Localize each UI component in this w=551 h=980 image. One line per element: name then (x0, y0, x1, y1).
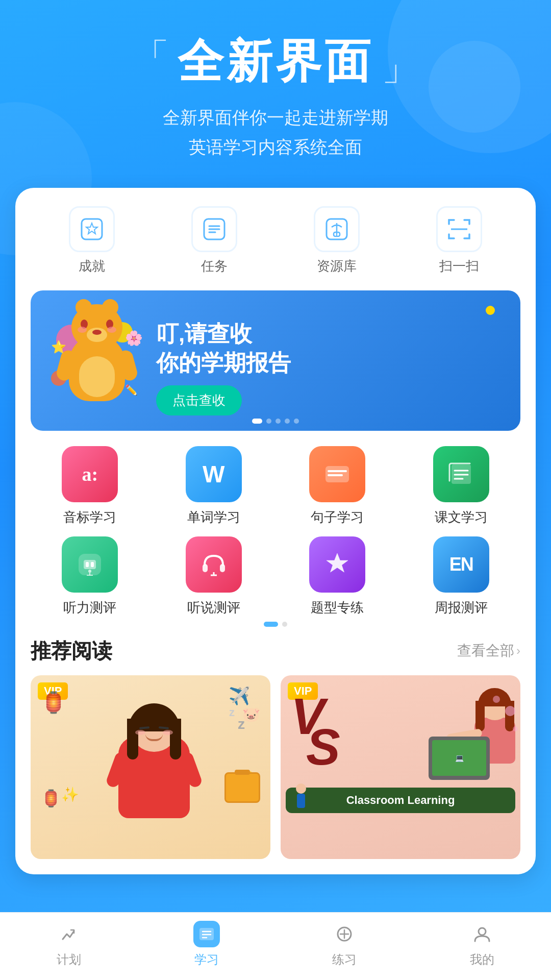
card2-illustration: V S (281, 675, 520, 818)
dot-4 (285, 419, 290, 424)
page-indicator (31, 622, 520, 627)
tasks-icon (191, 206, 237, 252)
svg-rect-17 (86, 562, 89, 567)
app-item-text[interactable]: 课文学习 (402, 446, 521, 526)
quick-access-bar: 成就 任务 (31, 206, 520, 275)
listening-icon (62, 536, 118, 593)
plan-icon (56, 921, 82, 947)
resources-label: 资源库 (317, 257, 357, 275)
bracket-right-icon: 」 (382, 48, 418, 85)
main-title: 全新界面 (178, 31, 373, 93)
plan-label: 计划 (57, 951, 81, 968)
topic-icon (309, 536, 365, 593)
reading-card-1[interactable]: VIP 🏮 ✈️ 🐷 💰 🏮 ✨ (31, 675, 270, 859)
reading-card-2[interactable]: VIP V S (281, 675, 520, 859)
resources-icon (314, 206, 360, 252)
svg-point-19 (88, 570, 91, 573)
recommended-section: 推荐阅读 查看全部 › VIP 🏮 ✈️ 🐷 💰 🏮 ✨ (31, 637, 520, 859)
quick-item-tasks[interactable]: 任务 (191, 206, 237, 275)
svg-rect-16 (84, 560, 96, 569)
app-item-weekly[interactable]: EN 周报测评 (402, 536, 521, 617)
bottom-navigation: 计划 学习 练习 我的 (0, 912, 551, 980)
app-item-speaktest[interactable]: 听说测评 (155, 536, 273, 617)
nav-item-plan[interactable]: 计划 (28, 921, 110, 968)
chevron-right-icon: › (516, 644, 520, 658)
practice-label: 练习 (332, 951, 357, 968)
main-card: 成就 任务 (15, 188, 536, 874)
topic-label: 题型专练 (311, 599, 364, 617)
quick-item-scan[interactable]: 扫一扫 (436, 206, 482, 275)
sentences-label: 句子学习 (311, 508, 364, 526)
header-title-row: 「 全新界面 」 (20, 31, 531, 93)
quick-item-resources[interactable]: 资源库 (314, 206, 360, 275)
speaktest-label: 听说测评 (187, 599, 240, 617)
app-item-words[interactable]: W 单词学习 (155, 446, 273, 526)
app-item-topic[interactable]: 题型专练 (278, 536, 397, 617)
words-label: 单词学习 (187, 508, 240, 526)
section-header: 推荐阅读 查看全部 › (31, 637, 520, 665)
speaktest-icon (186, 536, 242, 593)
section-title: 推荐阅读 (31, 637, 112, 665)
study-icon (193, 921, 220, 947)
dot-1 (252, 419, 262, 424)
practice-icon (331, 921, 358, 947)
achievements-label: 成就 (79, 257, 105, 275)
tasks-label: 任务 (201, 257, 228, 275)
app-grid: a: 音标学习 W 单词学习 句子学习 (31, 446, 520, 617)
svg-rect-22 (203, 564, 208, 572)
text-label: 课文学习 (435, 508, 488, 526)
phonetics-label: 音标学习 (63, 508, 116, 526)
scan-icon (436, 206, 482, 252)
subtitle-line2: 英语学习内容系统全面 (20, 133, 531, 162)
bracket-left-icon: 「 (133, 38, 169, 75)
study-label: 学习 (194, 951, 219, 968)
mine-label: 我的 (470, 951, 494, 968)
dot-2 (266, 419, 271, 424)
banner-dots (252, 419, 299, 424)
subtitle-line1: 全新界面伴你一起走进新学期 (20, 103, 531, 133)
page-indicator-dot-2 (282, 622, 287, 627)
dot-5 (294, 419, 299, 424)
words-icon: W (186, 446, 242, 502)
nav-item-practice[interactable]: 练习 (304, 921, 385, 968)
listening-label: 听力测评 (63, 599, 116, 617)
header: 「 全新界面 」 全新界面伴你一起走进新学期 英语学习内容系统全面 (0, 0, 551, 178)
app-item-listening[interactable]: 听力测评 (31, 536, 149, 617)
banner-click-button[interactable]: 点击查收 (156, 385, 242, 415)
svg-rect-18 (91, 562, 94, 567)
scan-label: 扫一扫 (439, 257, 479, 275)
header-subtitle: 全新界面伴你一起走进新学期 英语学习内容系统全面 (20, 103, 531, 162)
see-all-label: 查看全部 (457, 641, 514, 660)
banner-title: 叮,请查收你的学期报告 (156, 319, 505, 377)
text-icon (433, 446, 489, 502)
svg-point-33 (479, 928, 486, 935)
svg-rect-23 (220, 564, 225, 572)
achievements-icon (69, 206, 115, 252)
nav-item-study[interactable]: 学习 (166, 921, 247, 968)
weekly-icon: EN (433, 536, 489, 593)
quick-item-achievements[interactable]: 成就 (69, 206, 115, 275)
sentences-icon (309, 446, 365, 502)
app-item-phonetics[interactable]: a: 音标学习 (31, 446, 149, 526)
banner[interactable]: 🌸 ⭐ ✏️ 叮,请查收你的学期报告 点击查收 (31, 290, 520, 431)
page-indicator-dot-1 (264, 622, 278, 627)
banner-content: 叮,请查收你的学期报告 点击查收 (148, 306, 505, 415)
nav-item-mine[interactable]: 我的 (441, 921, 523, 968)
dot-3 (276, 419, 281, 424)
card1-illustration: 🏮 ✈️ 🐷 💰 🏮 ✨ (31, 675, 270, 818)
mine-icon (469, 921, 495, 947)
banner-illustration: 🌸 ⭐ ✏️ (46, 320, 148, 401)
app-item-sentences[interactable]: 句子学习 (278, 446, 397, 526)
see-all-button[interactable]: 查看全部 › (457, 641, 520, 660)
phonetics-icon: a: (62, 446, 118, 502)
weekly-label: 周报测评 (435, 599, 488, 617)
classroom-learning-text: Classroom Learning (294, 794, 507, 807)
reading-cards: VIP 🏮 ✈️ 🐷 💰 🏮 ✨ (31, 675, 520, 859)
